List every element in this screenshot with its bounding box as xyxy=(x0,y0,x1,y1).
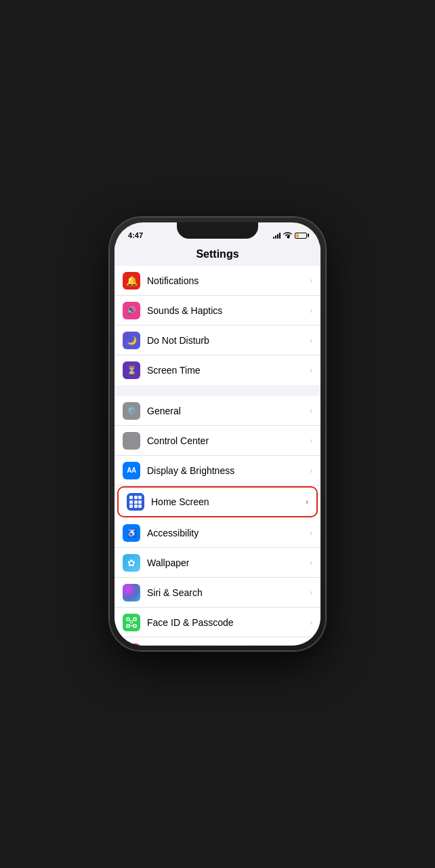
svg-rect-2 xyxy=(127,625,129,627)
general-label: General xyxy=(147,406,310,416)
screentime-chevron: › xyxy=(310,366,312,375)
siri-icon xyxy=(123,584,140,601)
wallpaper-label: Wallpaper xyxy=(147,557,310,568)
notifications-icon: 🔔 xyxy=(123,272,140,290)
emergencysos-icon: SOS xyxy=(123,644,140,646)
settings-row-display[interactable]: AA Display & Brightness › xyxy=(115,456,320,486)
settings-row-homescreen[interactable]: Home Screen › xyxy=(117,486,318,517)
status-time: 4:47 xyxy=(128,231,143,239)
controlcenter-label: Control Center xyxy=(147,435,310,446)
screen-content: Settings 🔔 Notifications › 🔊 Sounds & Ha… xyxy=(115,244,320,646)
controlcenter-chevron: › xyxy=(310,436,312,446)
dnd-label: Do Not Disturb xyxy=(147,335,310,346)
svg-point-4 xyxy=(130,620,133,623)
settings-row-sounds[interactable]: 🔊 Sounds & Haptics › xyxy=(115,296,320,326)
wallpaper-chevron: › xyxy=(310,558,312,568)
svg-rect-0 xyxy=(127,618,129,620)
settings-row-controlcenter[interactable]: Control Center › xyxy=(115,426,320,456)
dnd-chevron: › xyxy=(310,336,312,345)
accessibility-label: Accessibility xyxy=(147,528,310,538)
section-general-group: ⚙️ General › Control Center › AA xyxy=(115,396,320,646)
faceid-icon xyxy=(123,614,140,631)
display-chevron: › xyxy=(310,466,312,475)
wifi-icon xyxy=(283,232,292,239)
sounds-label: Sounds & Haptics xyxy=(147,305,310,316)
general-chevron: › xyxy=(310,406,312,416)
controlcenter-icon xyxy=(123,432,140,450)
faceid-label: Face ID & Passcode xyxy=(147,617,310,628)
settings-row-siri[interactable]: Siri & Search › xyxy=(115,578,320,608)
svg-rect-3 xyxy=(133,625,136,627)
settings-row-general[interactable]: ⚙️ General › xyxy=(115,396,320,426)
wallpaper-icon: ✿ xyxy=(123,554,140,572)
battery-status-icon xyxy=(295,233,307,239)
settings-row-faceid[interactable]: Face ID & Passcode › xyxy=(115,608,320,637)
notifications-label: Notifications xyxy=(147,275,310,286)
dnd-icon: 🌙 xyxy=(123,332,140,349)
status-icons xyxy=(273,232,307,239)
accessibility-icon: ♿ xyxy=(123,524,140,542)
signal-icon xyxy=(273,232,281,239)
section-gap-1 xyxy=(115,385,320,396)
screentime-icon: ⏳ xyxy=(123,361,140,379)
svg-rect-1 xyxy=(133,618,136,620)
general-icon: ⚙️ xyxy=(123,402,140,420)
siri-chevron: › xyxy=(310,588,312,597)
phone-frame: 4:47 Settings xyxy=(109,217,326,651)
accessibility-chevron: › xyxy=(310,528,312,538)
settings-row-notifications[interactable]: 🔔 Notifications › xyxy=(115,266,320,296)
screentime-label: Screen Time xyxy=(147,365,310,376)
siri-label: Siri & Search xyxy=(147,587,310,598)
section-notifications-group: 🔔 Notifications › 🔊 Sounds & Haptics › 🌙… xyxy=(115,266,320,385)
notifications-chevron: › xyxy=(310,276,312,285)
sounds-icon: 🔊 xyxy=(123,302,140,319)
homescreen-label: Home Screen xyxy=(151,496,306,507)
display-label: Display & Brightness xyxy=(147,465,310,476)
settings-row-screentime[interactable]: ⏳ Screen Time › xyxy=(115,355,320,385)
settings-row-wallpaper[interactable]: ✿ Wallpaper › xyxy=(115,548,320,578)
page-title: Settings xyxy=(115,244,320,266)
homescreen-icon xyxy=(127,493,144,511)
settings-row-accessibility[interactable]: ♿ Accessibility › xyxy=(115,518,320,548)
display-icon: AA xyxy=(123,462,140,479)
faceid-chevron: › xyxy=(310,618,312,627)
notch xyxy=(177,222,258,239)
settings-row-dnd[interactable]: 🌙 Do Not Disturb › xyxy=(115,326,320,355)
sounds-chevron: › xyxy=(310,306,312,315)
phone-screen: 4:47 Settings xyxy=(115,222,320,646)
homescreen-chevron: › xyxy=(306,497,308,507)
settings-row-emergencysos[interactable]: SOS Emergency SOS › xyxy=(115,637,320,646)
